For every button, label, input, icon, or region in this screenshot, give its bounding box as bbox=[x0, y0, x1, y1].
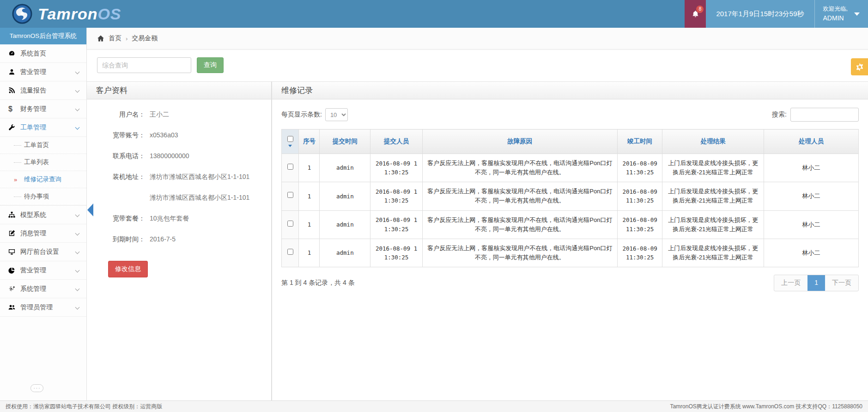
chevron-down-icon bbox=[75, 305, 80, 310]
col-header-submitter[interactable]: 提交人员 bbox=[370, 129, 422, 154]
field-install-address: 装机地址： 潍坊市潍城区西城名都小区1-1-101 bbox=[95, 173, 263, 181]
user-icon bbox=[8, 68, 20, 75]
row-checkbox[interactable] bbox=[287, 221, 293, 227]
select-all-header[interactable] bbox=[282, 129, 299, 154]
footer-product-text: TamronOS腾龙认证计费系统 www.TamronOS.com 技术支持QQ… bbox=[670, 403, 862, 411]
sidebar-title: TamronOS后台管理系统 bbox=[0, 28, 86, 44]
field-broadband-account: 宽带账号： x0536a03 bbox=[95, 131, 263, 140]
combined-search-input[interactable] bbox=[97, 57, 191, 73]
col-header-seq[interactable]: 序号 bbox=[299, 129, 320, 154]
col-header-result[interactable]: 处理结果 bbox=[662, 129, 764, 154]
chevron-down-icon bbox=[75, 287, 80, 291]
table-search-input[interactable] bbox=[790, 108, 859, 122]
edit-info-button[interactable]: 修改信息 bbox=[108, 261, 148, 277]
globe-logo-icon bbox=[12, 4, 32, 24]
chevron-down-icon bbox=[75, 268, 80, 273]
sidebar-collapse-icon[interactable] bbox=[30, 384, 43, 392]
notification-count-badge: 8 bbox=[696, 6, 704, 13]
tree-connector bbox=[14, 145, 21, 146]
workorder-submenu: 工单首页 工单列表 » 维修记录查询 待办事项 bbox=[0, 137, 86, 206]
tree-connector bbox=[14, 162, 21, 163]
sidebar-nav: 系统首页 营业管理 流量报告 $ 财务管理 工单管理 bbox=[0, 44, 86, 317]
chevron-down-icon bbox=[75, 70, 80, 74]
active-item-pointer bbox=[87, 203, 93, 216]
top-header: TamronOS 8 2017年1月9日15时23分59秒 欢迎光临, ADMI… bbox=[0, 0, 868, 28]
table-search-control: 搜索: bbox=[772, 108, 859, 122]
sidebar-sub-workorder-list[interactable]: 工单列表 bbox=[0, 154, 86, 171]
tachometer-icon bbox=[8, 50, 20, 57]
table-row: 1 admin 2016-08-09 11:30:25 客户反应无法上网，客服核… bbox=[282, 210, 859, 239]
breadcrumb-home-link[interactable]: 首页 bbox=[109, 34, 121, 43]
table-header-row: 序号 提交时间 提交人员 故障原因 竣工时间 处理结果 处理人员 bbox=[282, 129, 859, 154]
tree-connector bbox=[14, 197, 21, 197]
col-header-handler[interactable]: 处理人员 bbox=[764, 129, 859, 154]
field-username: 用户名： 王小二 bbox=[95, 111, 263, 119]
chevron-down-icon bbox=[75, 250, 80, 254]
app-title: TamronOS bbox=[38, 5, 121, 23]
page-size-control: 每页显示条数: 10 bbox=[281, 108, 348, 121]
sidebar-item-webhall-settings[interactable]: 网厅前台设置 bbox=[0, 243, 86, 261]
repair-records-table: 序号 提交时间 提交人员 故障原因 竣工时间 处理结果 处理人员 bbox=[281, 129, 859, 267]
active-submenu-marker-icon: » bbox=[14, 176, 21, 183]
sidebar-sub-todo-items[interactable]: 待办事项 bbox=[0, 188, 86, 205]
repairs-panel-title: 维修记录 bbox=[272, 81, 868, 99]
col-header-submit-time[interactable]: 提交时间 bbox=[320, 129, 370, 154]
customer-panel-title: 客户资料 bbox=[87, 81, 271, 99]
select-all-checkbox[interactable] bbox=[287, 136, 293, 142]
sidebar-item-system-mgmt[interactable]: 系统管理 bbox=[0, 280, 86, 298]
app-logo: TamronOS bbox=[0, 4, 121, 24]
dollar-icon: $ bbox=[8, 105, 20, 113]
sidebar: TamronOS后台管理系统 系统首页 营业管理 流量报告 $ 财务管理 bbox=[0, 28, 87, 400]
chevron-down-icon bbox=[75, 88, 80, 93]
query-button[interactable]: 查询 bbox=[197, 57, 224, 73]
welcome-text: 欢迎光临, bbox=[823, 5, 848, 13]
customer-info-panel: 客户资料 用户名： 王小二 宽带账号： x0536a03 联系电话： 13800… bbox=[87, 81, 271, 400]
col-header-fault-reason[interactable]: 故障原因 bbox=[422, 129, 617, 154]
field-expiry-date: 到期时间： 2016-7-5 bbox=[95, 235, 263, 244]
table-row: 1 admin 2016-08-09 11:30:25 客户反应无法上网，客服核… bbox=[282, 239, 859, 267]
users-icon bbox=[8, 304, 20, 311]
sitemap-icon bbox=[8, 211, 20, 218]
pagination-prev-button[interactable]: 上一页 bbox=[774, 275, 807, 291]
sidebar-item-finance-mgmt[interactable]: $ 财务管理 bbox=[0, 100, 86, 118]
admin-user-menu[interactable]: 欢迎光临, ADMIN bbox=[814, 0, 868, 28]
chevron-down-icon bbox=[75, 125, 80, 130]
chevron-down-icon bbox=[75, 213, 80, 217]
sidebar-item-model-system[interactable]: 模型系统 bbox=[0, 206, 86, 224]
sidebar-item-business-mgmt-1[interactable]: 营业管理 bbox=[0, 63, 86, 81]
username: ADMIN bbox=[823, 13, 848, 23]
global-search-toolbar: 查询 bbox=[87, 49, 868, 81]
pagination-page-1[interactable]: 1 bbox=[807, 275, 825, 291]
row-checkbox[interactable] bbox=[287, 164, 293, 170]
datetime-display: 2017年1月9日15时23分59秒 bbox=[706, 0, 814, 28]
breadcrumb-current: 交易金额 bbox=[132, 34, 158, 43]
pagination: 上一页 1 下一页 bbox=[774, 275, 859, 291]
desktop-icon bbox=[8, 248, 20, 255]
sidebar-item-traffic-report[interactable]: 流量报告 bbox=[0, 81, 86, 100]
sidebar-sub-workorder-home[interactable]: 工单首页 bbox=[0, 137, 86, 154]
repair-records-panel: 维修记录 每页显示条数: 10 搜索: bbox=[272, 81, 868, 400]
sidebar-item-business-mgmt-2[interactable]: 营业管理 bbox=[0, 261, 86, 280]
main-content: 首页 › 交易金额 查询 客户资料 用户名： 王小二 宽带账号： bbox=[87, 28, 868, 400]
page-size-select[interactable]: 10 bbox=[325, 108, 348, 121]
wrench-icon bbox=[8, 124, 20, 131]
sidebar-item-admin-mgmt[interactable]: 管理员管理 bbox=[0, 298, 86, 317]
gear-icon bbox=[855, 62, 864, 72]
settings-button[interactable] bbox=[851, 58, 868, 75]
sidebar-item-workorder-mgmt[interactable]: 工单管理 bbox=[0, 118, 86, 137]
row-checkbox[interactable] bbox=[287, 192, 293, 198]
notifications-button[interactable]: 8 bbox=[685, 0, 706, 28]
row-checkbox[interactable] bbox=[287, 249, 293, 255]
chevron-down-icon bbox=[854, 12, 860, 16]
sidebar-sub-repair-record-query[interactable]: » 维修记录查询 bbox=[0, 171, 86, 188]
sidebar-item-message-mgmt[interactable]: 消息管理 bbox=[0, 224, 86, 243]
sort-caret-icon bbox=[288, 145, 292, 147]
pagination-next-button[interactable]: 下一页 bbox=[825, 275, 858, 291]
pie-chart-icon bbox=[8, 267, 20, 274]
table-row: 1 admin 2016-08-09 11:30:25 客户反应无法上网，客服核… bbox=[282, 182, 859, 210]
sidebar-item-system-home[interactable]: 系统首页 bbox=[0, 44, 86, 63]
footer-license-text: 授权使用：潍坊家园驿站电子技术有限公司 授权级别：运营商版 bbox=[6, 403, 162, 411]
chevron-down-icon bbox=[75, 231, 80, 236]
col-header-finish-time[interactable]: 竣工时间 bbox=[617, 129, 662, 154]
page-size-label: 每页显示条数: bbox=[281, 111, 322, 119]
